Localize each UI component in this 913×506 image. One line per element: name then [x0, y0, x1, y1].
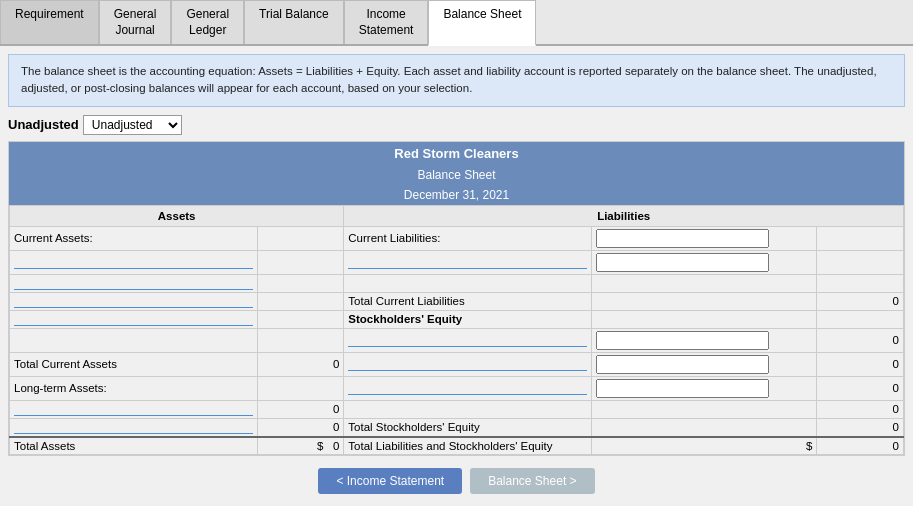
liabilities-input-1[interactable]: [591, 226, 816, 250]
assets-val-4: [257, 310, 344, 328]
total-current-assets-label: Total Current Assets: [10, 352, 258, 376]
info-box: The balance sheet is the accounting equa…: [8, 54, 905, 107]
filter-label: Unadjusted: [8, 117, 79, 132]
se-value-3: 0: [817, 352, 904, 376]
lt-input-1[interactable]: [10, 400, 258, 418]
assets-val-2: [257, 274, 344, 292]
info-text: The balance sheet is the accounting equa…: [21, 65, 877, 94]
liab-input-row-2[interactable]: [344, 250, 592, 274]
filter-row: Unadjusted Unadjusted Adjusted Post-Clos…: [8, 115, 905, 135]
lt-val-2: 0: [257, 400, 344, 418]
balance-sheet-table: Assets Liabilities Current Assets: Curre…: [9, 205, 904, 455]
table-row: [10, 274, 904, 292]
liabilities-value-3: [817, 274, 904, 292]
total-current-liabilities-label: Total Current Liabilities: [344, 292, 592, 310]
tab-bar: Requirement GeneralJournal GeneralLedger…: [0, 0, 913, 46]
liab-empty-3: [344, 274, 592, 292]
se-label-input-3[interactable]: [344, 376, 592, 400]
tse-input: [591, 418, 816, 437]
assets-val-1: [257, 250, 344, 274]
tab-balance-sheet[interactable]: Balance Sheet: [428, 0, 536, 46]
balance-sheet-container: Red Storm Cleaners Balance Sheet Decembe…: [8, 141, 905, 456]
table-row: Long-term Assets: 0: [10, 376, 904, 400]
total-se-value: 0: [817, 418, 904, 437]
assets-val-3: [257, 292, 344, 310]
prev-button[interactable]: < Income Statement: [318, 468, 462, 494]
liabilities-value-2: [817, 250, 904, 274]
se-input-5: [591, 400, 816, 418]
table-row: Stockholders' Equity: [10, 310, 904, 328]
current-assets-label: Current Assets:: [10, 226, 258, 250]
assets-empty-6: [10, 328, 258, 352]
table-row total-row: Total Current Assets 0 0: [10, 352, 904, 376]
assets-input-row-1[interactable]: [10, 250, 258, 274]
liabilities-input-2[interactable]: [591, 250, 816, 274]
total-le-value: 0: [817, 437, 904, 455]
total-assets-dollar: $ 0: [257, 437, 344, 455]
assets-val-6: [257, 328, 344, 352]
total-assets-dollar-sign: $: [317, 440, 323, 452]
bottom-nav: < Income Statement Balance Sheet >: [0, 468, 913, 494]
filter-select[interactable]: Unadjusted Adjusted Post-Closing: [83, 115, 182, 135]
liabilities-header: Liabilities: [344, 205, 904, 226]
se-value-2: 0: [817, 328, 904, 352]
table-row: 0 0: [10, 400, 904, 418]
se-input-4[interactable]: [591, 376, 816, 400]
tcl-input: [591, 292, 816, 310]
se-label-input-2[interactable]: [344, 352, 592, 376]
table-row: Total Current Liabilities 0: [10, 292, 904, 310]
total-current-assets-value: 0: [257, 352, 344, 376]
sheet-title: Balance Sheet: [9, 165, 904, 185]
assets-input-row-3[interactable]: [10, 292, 258, 310]
tab-income-statement[interactable]: IncomeStatement: [344, 0, 429, 44]
assets-input-row-2[interactable]: [10, 274, 258, 292]
liabilities-value-1: [817, 226, 904, 250]
current-liabilities-label: Current Liabilities:: [344, 226, 592, 250]
tab-general-ledger[interactable]: GeneralLedger: [171, 0, 244, 44]
se-value-4: 0: [817, 376, 904, 400]
se-label-input-1[interactable]: [344, 328, 592, 352]
total-liabilities-equity-label: Total Liabilities and Stockholders' Equi…: [344, 437, 592, 455]
total-le-dollar: $: [591, 437, 816, 455]
total-current-liabilities-value: 0: [817, 292, 904, 310]
se-input-1: [591, 310, 816, 328]
tab-general-journal[interactable]: GeneralJournal: [99, 0, 172, 44]
se-empty-9: [344, 400, 592, 418]
table-row: Current Assets: Current Liabilities:: [10, 226, 904, 250]
long-term-assets-label: Long-term Assets:: [10, 376, 258, 400]
se-input-2[interactable]: [591, 328, 816, 352]
table-row: 0 Total Stockholders' Equity 0: [10, 418, 904, 437]
total-se-label: Total Stockholders' Equity: [344, 418, 592, 437]
table-row total-row: Total Assets $ 0 Total Liabilities and S…: [10, 437, 904, 455]
lt-input-2[interactable]: [10, 418, 258, 437]
table-row: 0: [10, 328, 904, 352]
stockholders-equity-label: Stockholders' Equity: [344, 310, 592, 328]
table-row: [10, 250, 904, 274]
assets-input-row-4[interactable]: [10, 310, 258, 328]
tab-requirement[interactable]: Requirement: [0, 0, 99, 44]
tab-trial-balance[interactable]: Trial Balance: [244, 0, 344, 44]
liabilities-input-3: [591, 274, 816, 292]
assets-empty-1: [257, 226, 344, 250]
total-assets-label: Total Assets: [10, 437, 258, 455]
next-button: Balance Sheet >: [470, 468, 594, 494]
company-name: Red Storm Cleaners: [9, 142, 904, 165]
se-value-1: [817, 310, 904, 328]
lt-val-3: 0: [257, 418, 344, 437]
total-assets-number: 0: [333, 440, 339, 452]
assets-header: Assets: [10, 205, 344, 226]
sheet-date: December 31, 2021: [9, 185, 904, 205]
se-input-3[interactable]: [591, 352, 816, 376]
se-value-5: 0: [817, 400, 904, 418]
lt-val-1: [257, 376, 344, 400]
